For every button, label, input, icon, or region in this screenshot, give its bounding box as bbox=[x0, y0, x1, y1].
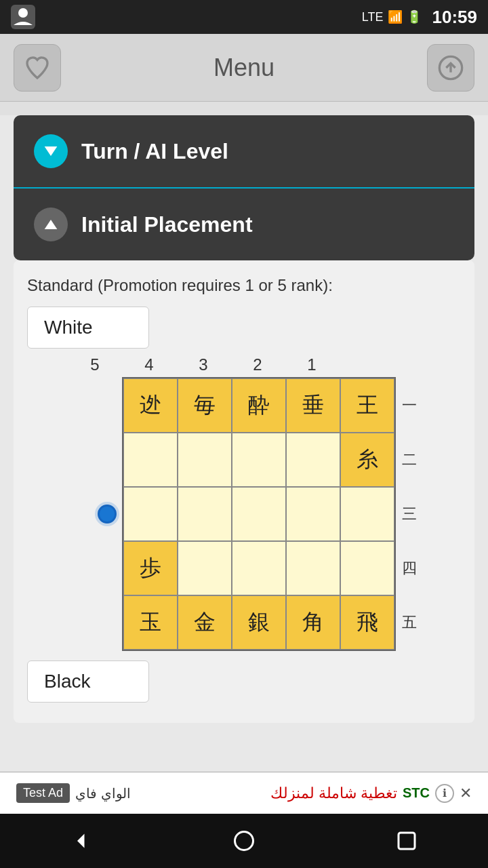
shogi-board: 迯 毎 酔 垂 王 糸 bbox=[122, 377, 396, 651]
main-content: Turn / AI Level Initial Placement Standa… bbox=[0, 115, 488, 859]
black-label-row: Black bbox=[27, 660, 461, 709]
cell-2-5[interactable] bbox=[123, 433, 178, 487]
board-container: 5 4 3 2 1 bbox=[68, 355, 461, 651]
cell-4-5[interactable]: 歩 bbox=[123, 541, 178, 595]
col-header-1: 1 bbox=[285, 355, 339, 374]
ad-badge: Test Ad bbox=[16, 783, 70, 803]
row-label-3: 三 bbox=[396, 487, 423, 541]
row-labels: 一 二 三 四 五 bbox=[396, 378, 423, 650]
page-title: Menu bbox=[214, 54, 274, 82]
ad-close-button[interactable]: ✕ bbox=[460, 785, 472, 802]
row-label-4: 四 bbox=[396, 541, 423, 595]
col-header-3: 3 bbox=[176, 355, 230, 374]
col-header-2: 2 bbox=[230, 355, 285, 374]
row-label-2: 二 bbox=[396, 433, 423, 487]
spacer bbox=[0, 102, 488, 115]
svg-point-0 bbox=[18, 8, 28, 18]
menu-item-turn-ai[interactable]: Turn / AI Level bbox=[14, 115, 474, 189]
cell-3-4[interactable] bbox=[178, 487, 232, 541]
cell-5-2[interactable]: 角 bbox=[286, 595, 340, 650]
cell-4-3[interactable] bbox=[232, 541, 286, 595]
cell-1-3[interactable]: 酔 bbox=[232, 378, 286, 433]
cell-2-1[interactable]: 糸 bbox=[340, 433, 394, 487]
cell-3-3[interactable] bbox=[232, 487, 286, 541]
nav-bar bbox=[0, 814, 488, 868]
battery-icon: 🔋 bbox=[407, 9, 422, 24]
recents-button[interactable] bbox=[386, 821, 427, 861]
cell-4-4[interactable] bbox=[178, 541, 232, 595]
ad-banner: Test Ad الواي فاي تغطية شاملة لمنزلك STC… bbox=[0, 772, 488, 814]
status-bar: LTE 📶 🔋 10:59 bbox=[0, 0, 488, 34]
lte-icon: LTE bbox=[362, 10, 384, 24]
svg-marker-3 bbox=[45, 146, 58, 156]
cell-5-4[interactable]: 金 bbox=[178, 595, 232, 650]
cell-3-5[interactable] bbox=[123, 487, 178, 541]
turn-ai-icon bbox=[34, 134, 68, 168]
cell-5-1[interactable]: 飛 bbox=[340, 595, 394, 650]
svg-marker-4 bbox=[45, 220, 58, 229]
col-header-4: 4 bbox=[122, 355, 176, 374]
ad-arabic-text: الواي فاي bbox=[75, 785, 131, 802]
white-label: White bbox=[27, 307, 149, 349]
initial-placement-label: Initial Placement bbox=[81, 212, 253, 237]
board-row-container: 迯 毎 酔 垂 王 糸 bbox=[68, 377, 423, 651]
cell-1-4[interactable]: 毎 bbox=[178, 378, 232, 433]
favorite-button[interactable] bbox=[14, 44, 61, 92]
menu-panel: Turn / AI Level Initial Placement bbox=[14, 115, 474, 260]
cell-1-2[interactable]: 垂 bbox=[286, 378, 340, 433]
selected-radio[interactable] bbox=[98, 505, 117, 524]
ad-brand: STC bbox=[403, 785, 430, 801]
ad-arabic-subtext: تغطية شاملة لمنزلك bbox=[270, 785, 397, 802]
svg-point-6 bbox=[235, 832, 253, 850]
cell-4-1[interactable] bbox=[340, 541, 394, 595]
svg-rect-7 bbox=[399, 833, 415, 849]
cell-2-2[interactable] bbox=[286, 433, 340, 487]
top-bar: Menu bbox=[0, 34, 488, 102]
col-headers: 5 4 3 2 1 bbox=[68, 355, 339, 374]
cell-1-1[interactable]: 王 bbox=[340, 378, 394, 433]
cell-2-3[interactable] bbox=[232, 433, 286, 487]
col-header-5: 5 bbox=[68, 355, 122, 374]
menu-item-initial-placement[interactable]: Initial Placement bbox=[14, 189, 474, 260]
app-icon bbox=[11, 5, 35, 29]
cell-2-4[interactable] bbox=[178, 433, 232, 487]
svg-marker-5 bbox=[77, 834, 85, 848]
content-panel: Standard (Promotion requires 1 or 5 rank… bbox=[14, 260, 474, 723]
row-label-1: 一 bbox=[396, 378, 423, 433]
status-icons: LTE 📶 🔋 bbox=[362, 9, 422, 24]
initial-placement-icon bbox=[34, 208, 68, 241]
home-button[interactable] bbox=[224, 821, 264, 861]
turn-ai-label: Turn / AI Level bbox=[81, 139, 228, 164]
black-label: Black bbox=[27, 660, 149, 703]
cell-5-5[interactable]: 玉 bbox=[123, 595, 178, 650]
placement-title: Standard (Promotion requires 1 or 5 rank… bbox=[27, 274, 461, 297]
cell-4-2[interactable] bbox=[286, 541, 340, 595]
cell-3-1[interactable] bbox=[340, 487, 394, 541]
signal-icon: 📶 bbox=[388, 9, 403, 24]
clock: 10:59 bbox=[432, 7, 478, 28]
cell-1-5[interactable]: 迯 bbox=[123, 378, 178, 433]
upload-button[interactable] bbox=[427, 44, 474, 92]
cell-5-3[interactable]: 銀 bbox=[232, 595, 286, 650]
row-label-5: 五 bbox=[396, 595, 423, 650]
back-button[interactable] bbox=[61, 821, 102, 861]
cell-3-2[interactable] bbox=[286, 487, 340, 541]
ad-info-icon[interactable]: ℹ bbox=[435, 784, 454, 803]
